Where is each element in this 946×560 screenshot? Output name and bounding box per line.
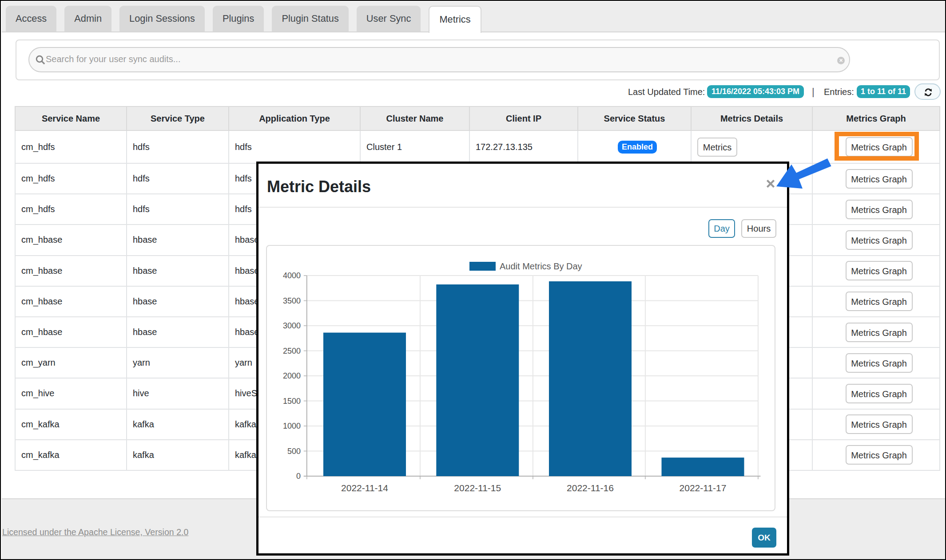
svg-text:2000: 2000	[282, 371, 300, 380]
svg-text:Audit Metrics By Day: Audit Metrics By Day	[500, 261, 582, 271]
svg-text:2500: 2500	[282, 347, 300, 355]
svg-text:1000: 1000	[282, 422, 300, 430]
svg-text:2022-11-17: 2022-11-17	[679, 483, 726, 493]
svg-text:2022-11-16: 2022-11-16	[567, 483, 614, 493]
svg-text:500: 500	[287, 447, 300, 456]
svg-text:3000: 3000	[282, 321, 300, 330]
svg-text:2022-11-14: 2022-11-14	[341, 483, 388, 493]
svg-text:2022-11-15: 2022-11-15	[454, 483, 501, 493]
svg-text:0: 0	[296, 472, 300, 481]
svg-text:3500: 3500	[282, 296, 300, 305]
svg-text:1500: 1500	[282, 397, 300, 406]
svg-text:4000: 4000	[282, 271, 300, 280]
